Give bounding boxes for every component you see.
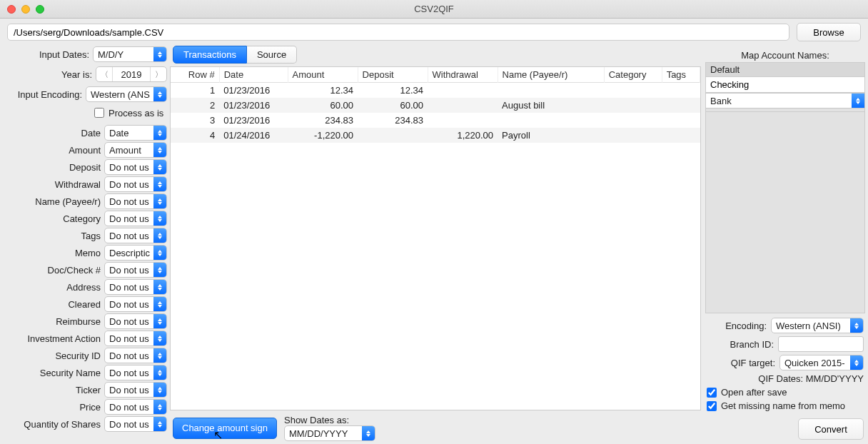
table-cell: 12.34 bbox=[288, 83, 358, 98]
table-cell: 3 bbox=[171, 113, 219, 128]
field-select[interactable]: Do not us bbox=[104, 313, 167, 329]
show-dates-select[interactable]: MM/DD/YYYY bbox=[284, 425, 375, 441]
table-cell bbox=[428, 83, 498, 98]
field-select[interactable]: Do not us bbox=[104, 211, 167, 226]
out-encoding-select[interactable]: Western (ANSI) bbox=[771, 318, 864, 333]
field-select[interactable]: Do not us bbox=[104, 176, 167, 192]
process-as-is-label: Process as is bbox=[108, 108, 163, 118]
col-name[interactable]: Name (Payee/r) bbox=[498, 67, 604, 83]
field-mapping-row: TagsDo not us bbox=[3, 227, 167, 244]
col-deposit[interactable]: Deposit bbox=[358, 67, 428, 83]
field-mapping-row: TickerDo not us bbox=[3, 381, 167, 398]
chevron-updown-icon bbox=[153, 160, 166, 174]
table-cell bbox=[662, 98, 700, 113]
col-amount[interactable]: Amount bbox=[288, 67, 358, 83]
table-row[interactable]: 201/23/201660.0060.00August bill bbox=[171, 98, 700, 113]
year-stepper[interactable]: 〈 2019 〉 bbox=[96, 66, 167, 82]
field-select[interactable]: Do not us bbox=[104, 382, 167, 398]
col-rownum[interactable]: Row # bbox=[171, 67, 219, 83]
sidebar: Input Dates: M/D/Y Year is: 〈 2019 〉 Inp… bbox=[3, 46, 170, 444]
minimize-window-button[interactable] bbox=[21, 5, 30, 14]
chevron-updown-icon bbox=[153, 211, 166, 226]
table-cell: 01/24/2016 bbox=[219, 128, 288, 143]
year-next-button[interactable]: 〉 bbox=[151, 67, 166, 81]
field-mapping-row: PriceDo not us bbox=[3, 398, 167, 415]
field-select[interactable]: Do not us bbox=[104, 159, 167, 175]
convert-button[interactable]: Convert bbox=[798, 418, 864, 440]
table-cell: 234.83 bbox=[358, 113, 428, 128]
table-cell: 4 bbox=[171, 128, 219, 143]
out-encoding-label: Encoding: bbox=[725, 321, 767, 331]
year-prev-button[interactable]: 〈 bbox=[96, 67, 112, 81]
branch-id-label: Branch ID: bbox=[730, 339, 774, 350]
field-select[interactable]: Descriptic bbox=[104, 245, 167, 261]
field-select[interactable]: Do not us bbox=[104, 416, 167, 432]
field-label: Security Name bbox=[40, 368, 101, 378]
branch-id-input[interactable] bbox=[778, 336, 864, 352]
table-row[interactable]: 101/23/201612.3412.34 bbox=[171, 83, 700, 98]
table-cell bbox=[358, 128, 428, 143]
field-label: Date bbox=[81, 128, 101, 138]
table-cell: August bill bbox=[498, 98, 604, 113]
input-encoding-select[interactable]: Western (ANS bbox=[86, 86, 167, 102]
chevron-updown-icon bbox=[153, 400, 166, 414]
maximize-window-button[interactable] bbox=[36, 5, 44, 14]
open-after-save-checkbox[interactable] bbox=[707, 388, 717, 398]
table-cell bbox=[604, 128, 662, 143]
input-dates-select[interactable]: M/D/Y bbox=[93, 46, 167, 62]
field-label: Doc/Check # bbox=[48, 265, 101, 276]
qif-target-label: QIF target: bbox=[731, 358, 775, 368]
col-category[interactable]: Category bbox=[604, 67, 662, 83]
field-label: Address bbox=[66, 282, 101, 293]
field-mapping-row: Investment ActionDo not us bbox=[3, 330, 167, 347]
chevron-updown-icon bbox=[153, 383, 166, 397]
table-cell bbox=[662, 113, 700, 128]
table-cell: 234.83 bbox=[288, 113, 358, 128]
table-row[interactable]: 401/24/2016-1,220.001,220.00Payroll bbox=[171, 128, 700, 143]
field-select[interactable]: Do not us bbox=[104, 296, 167, 312]
field-mapping-row: Name (Payee/r)Do not us bbox=[3, 193, 167, 210]
qif-target-select[interactable]: Quicken 2015- bbox=[779, 355, 864, 370]
input-encoding-label: Input Encoding: bbox=[18, 89, 82, 100]
chevron-updown-icon bbox=[153, 246, 166, 260]
table-cell bbox=[498, 113, 604, 128]
table-cell: 01/23/2016 bbox=[219, 113, 288, 128]
col-tags[interactable]: Tags bbox=[662, 67, 700, 83]
table-cell: 60.00 bbox=[358, 98, 428, 113]
field-select[interactable]: Do not us bbox=[104, 279, 167, 295]
field-select[interactable]: Do not us bbox=[104, 228, 167, 243]
browse-button[interactable]: Browse bbox=[797, 23, 861, 41]
table-cell bbox=[604, 83, 662, 98]
default-account-input[interactable] bbox=[706, 77, 864, 93]
tab-transactions[interactable]: Transactions bbox=[173, 46, 247, 64]
table-cell: 1,220.00 bbox=[428, 128, 498, 143]
field-select[interactable]: Do not us bbox=[104, 331, 167, 346]
field-select[interactable]: Amount bbox=[104, 142, 167, 158]
col-date[interactable]: Date bbox=[219, 67, 288, 83]
field-select[interactable]: Date bbox=[104, 125, 167, 141]
chevron-updown-icon bbox=[153, 143, 166, 157]
field-label: Quantity of Shares bbox=[24, 419, 101, 430]
table-cell bbox=[428, 113, 498, 128]
table-cell bbox=[662, 83, 700, 98]
chevron-updown-icon bbox=[153, 126, 166, 140]
get-missing-name-checkbox[interactable] bbox=[707, 401, 717, 411]
file-path-input[interactable] bbox=[7, 24, 789, 41]
change-amount-sign-button[interactable]: Change amount sign ↖ bbox=[173, 418, 277, 439]
field-select[interactable]: Do not us bbox=[104, 193, 167, 209]
map-account-names-title: Map Account Names: bbox=[705, 46, 865, 62]
bank-select[interactable]: Bank bbox=[706, 93, 864, 109]
field-select[interactable]: Do not us bbox=[104, 365, 167, 380]
table-row[interactable]: 301/23/2016234.83234.83 bbox=[171, 113, 700, 128]
process-as-is-checkbox[interactable] bbox=[94, 108, 104, 118]
field-label: Investment Action bbox=[27, 333, 101, 344]
close-window-button[interactable] bbox=[7, 5, 16, 14]
col-withdrawal[interactable]: Withdrawal bbox=[428, 67, 498, 83]
field-select[interactable]: Do not us bbox=[104, 399, 167, 415]
field-select[interactable]: Do not us bbox=[104, 348, 167, 363]
qif-dates-label: QIF Dates: MM/DD'YYYY bbox=[758, 373, 864, 384]
field-select[interactable]: Do not us bbox=[104, 262, 167, 278]
tab-source[interactable]: Source bbox=[247, 46, 297, 64]
transactions-table: Row # Date Amount Deposit Withdrawal Nam… bbox=[170, 66, 701, 410]
field-label: Category bbox=[63, 213, 101, 224]
